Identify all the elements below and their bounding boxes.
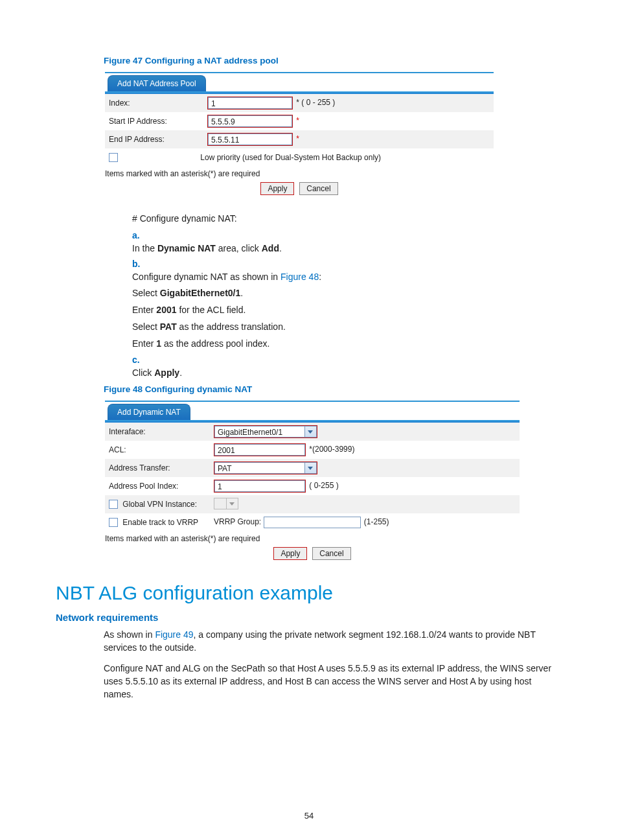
txt: :	[319, 272, 321, 282]
xfer-value: PAT	[214, 462, 305, 474]
interface-select[interactable]: GigabitEthernet0/1	[214, 426, 317, 438]
step-b: b. Configure dynamic NAT as shown in Fig…	[132, 257, 562, 351]
required-star: *	[296, 134, 299, 143]
dynamic-nat-bold: Dynamic NAT	[157, 243, 216, 253]
index-hint: * ( 0 - 255 )	[296, 98, 335, 107]
txt: for the ACL field.	[177, 305, 246, 315]
start-ip-input[interactable]: 5.5.5.9	[208, 115, 292, 127]
cancel-button[interactable]: Cancel	[299, 182, 338, 195]
add-bold: Add	[262, 243, 279, 253]
global-vpn-select	[214, 498, 238, 509]
low-priority-text: Low priority (used for Dual-System Hot B…	[200, 153, 381, 162]
figure49-link[interactable]: Figure 49	[155, 629, 193, 640]
txt: As shown in	[104, 629, 155, 640]
marker-a: a.	[132, 229, 146, 242]
add-nat-pool-tab[interactable]: Add NAT Address Pool	[108, 75, 206, 91]
apply-button[interactable]: Apply	[260, 182, 294, 195]
apply-button[interactable]: Apply	[273, 547, 307, 560]
pool-label: Address Pool Index:	[105, 477, 210, 495]
txt: .	[179, 368, 182, 378]
section-heading: NBT ALG configuration example	[56, 582, 562, 604]
figure47-caption: Figure 47 Configuring a NAT address pool	[104, 56, 562, 65]
txt: Click	[132, 368, 154, 378]
start-ip-label: Start IP Address:	[105, 112, 203, 130]
txt: area, click	[216, 243, 262, 253]
index-input[interactable]: 1	[208, 97, 292, 109]
txt: as the address pool index.	[161, 338, 269, 349]
global-vpn-checkbox[interactable]	[109, 500, 118, 509]
chevron-down-icon	[305, 426, 317, 438]
acl-2001-bold: 2001	[156, 305, 176, 315]
txt: as the address translation.	[177, 321, 286, 332]
index-label: Index:	[105, 94, 203, 112]
txt: Enter	[132, 338, 156, 349]
txt: Enter	[132, 305, 156, 315]
address-transfer-select[interactable]: PAT	[214, 462, 317, 474]
pool-1-bold: 1	[156, 338, 161, 349]
apply-bold: Apply	[154, 368, 179, 378]
nat-pool-form: Index: 1 * ( 0 - 255 ) Start IP Address:…	[105, 94, 494, 167]
txt: Select	[132, 288, 160, 298]
chevron-down-icon	[227, 498, 238, 509]
figure48-link[interactable]: Figure 48	[280, 272, 319, 282]
figure47-footnote: Items marked with an asterisk(*) are req…	[105, 169, 562, 178]
page-number: 54	[0, 811, 618, 821]
required-star: *	[296, 116, 299, 125]
figure47-panel: Add NAT Address Pool Index: 1 * ( 0 - 25…	[105, 72, 494, 167]
para-1: As shown in Figure 49, a company using t…	[104, 628, 562, 654]
vrrp-label: Enable track to VRRP	[122, 518, 198, 527]
para-2: Configure NAT and ALG on the SecPath so …	[104, 662, 562, 701]
figure48-caption: Figure 48 Configuring dynamic NAT	[104, 384, 562, 394]
dynamic-nat-form: Interaface: GigabitEthernet0/1 ACL: 2001	[105, 423, 520, 531]
marker-c: c.	[132, 353, 146, 366]
chevron-down-icon	[305, 462, 317, 474]
acl-label: ACL:	[105, 441, 210, 459]
step-c: c. Click Apply.	[132, 353, 562, 379]
marker-b: b.	[132, 257, 146, 270]
acl-hint: *(2000-3999)	[309, 445, 354, 454]
figure48-footnote: Items marked with an asterisk(*) are req…	[105, 534, 562, 543]
txt: Select	[132, 321, 160, 332]
vrrp-group-input[interactable]	[264, 517, 361, 528]
global-vpn-label: Global VPN Instance:	[122, 500, 197, 509]
pool-index-input[interactable]: 1	[214, 480, 305, 492]
add-dynamic-nat-tab[interactable]: Add Dynamic NAT	[108, 404, 190, 420]
step-a: a. In the Dynamic NAT area, click Add.	[132, 229, 562, 255]
acl-input[interactable]: 2001	[214, 444, 305, 456]
low-priority-checkbox[interactable]	[109, 153, 118, 162]
txt: .	[240, 288, 243, 298]
ge01-bold: GigabitEthernet0/1	[160, 288, 240, 298]
figure48-panel: Add Dynamic NAT Interaface: GigabitEther…	[105, 401, 520, 531]
interface-label: Interaface:	[105, 423, 210, 441]
vrrp-group-label: VRRP Group:	[214, 517, 261, 526]
end-ip-input[interactable]: 5.5.5.11	[208, 134, 292, 145]
pat-bold: PAT	[160, 321, 177, 332]
txt: .	[279, 243, 282, 253]
vrrp-checkbox[interactable]	[109, 518, 118, 527]
txt: In the	[132, 243, 157, 253]
cancel-button[interactable]: Cancel	[312, 547, 350, 560]
network-requirements-heading: Network requirements	[56, 612, 562, 623]
step-intro: # Configure dynamic NAT:	[132, 212, 562, 225]
vrrp-hint: (1-255)	[364, 517, 389, 526]
txt: Configure dynamic NAT as shown in	[132, 272, 280, 282]
global-vpn-value	[214, 498, 227, 509]
xfer-label: Address Transfer:	[105, 459, 210, 477]
interface-value: GigabitEthernet0/1	[214, 426, 305, 438]
end-ip-label: End IP Address:	[105, 130, 203, 148]
pool-hint: ( 0-255 )	[309, 481, 338, 490]
